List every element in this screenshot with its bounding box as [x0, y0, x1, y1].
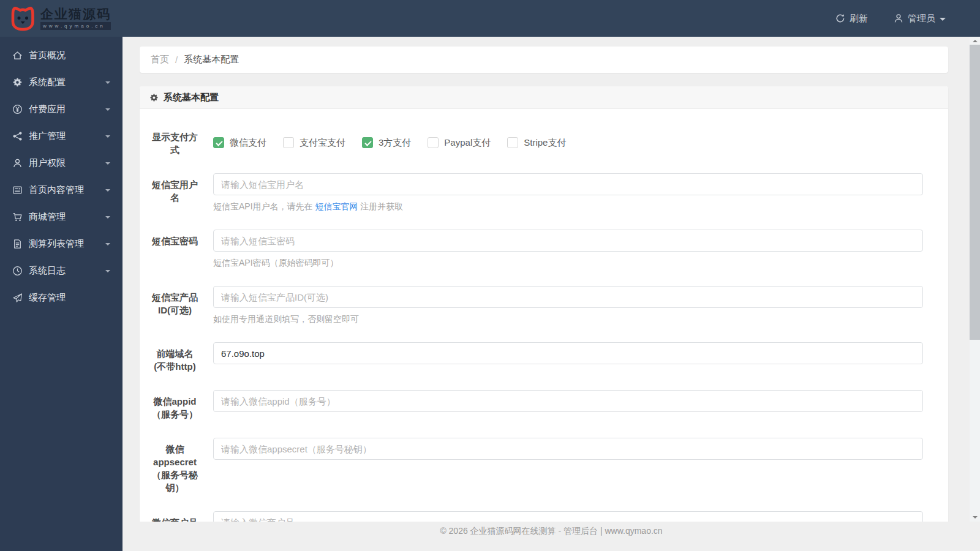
- wechat-appid-row: 微信appid （服务号）: [145, 390, 923, 421]
- sidebar-item-label: 首页内容管理: [29, 184, 84, 196]
- sidebar-item-label: 付费应用: [29, 103, 66, 115]
- yen-icon: [12, 104, 23, 114]
- breadcrumb: 首页 / 系统基本配置: [140, 47, 948, 73]
- scroll-up-arrow-icon[interactable]: [970, 37, 980, 45]
- frontend-domain-input[interactable]: [213, 342, 923, 364]
- field-help: 短信宝API密码（原始密码即可）: [213, 257, 923, 269]
- sidebar-item-label: 推广管理: [29, 130, 66, 142]
- field-label: 前端域名 (不带http): [145, 342, 205, 373]
- field-label: 微信 appsecret （服务号秘 钥）: [145, 438, 205, 494]
- cat-logo-icon: [9, 4, 37, 32]
- field-label: 微信appid （服务号）: [145, 390, 205, 421]
- admin-user-icon: [894, 13, 903, 23]
- share-icon: [12, 131, 23, 141]
- sidebar-item-label: 系统日志: [29, 265, 66, 277]
- card-header: 系统基本配置: [140, 86, 948, 109]
- checkbox-paypal[interactable]: Paypal支付: [428, 137, 491, 149]
- smsbao-password-input[interactable]: [213, 230, 923, 252]
- field-label: 显示支付方 式: [145, 126, 205, 156]
- main-content: 首页 / 系统基本配置 系统基本配置 显示支付方 式 微信支付: [123, 37, 980, 551]
- sidebar-item-cache[interactable]: 缓存管理: [0, 284, 123, 311]
- breadcrumb-current: 系统基本配置: [184, 54, 239, 66]
- payment-checkbox[interactable]: [213, 137, 224, 148]
- payment-methods-row: 显示支付方 式 微信支付 支付宝支付 3方支付: [145, 126, 923, 156]
- payment-checkbox[interactable]: [428, 137, 439, 148]
- paper-plane-icon: [12, 293, 23, 303]
- cart-icon: [12, 212, 23, 222]
- frontend-domain-row: 前端域名 (不带http): [145, 342, 923, 373]
- chevron-down-icon: [940, 18, 946, 21]
- smsbao-password-row: 短信宝密码 短信宝API密码（原始密码即可）: [145, 230, 923, 269]
- chevron-down-icon: [105, 135, 110, 138]
- checkbox-alipay[interactable]: 支付宝支付: [283, 137, 345, 149]
- smsbao-productid-input[interactable]: [213, 286, 923, 308]
- help-text-part: 注册并获取: [358, 201, 403, 211]
- sidebar-item-label: 缓存管理: [29, 292, 66, 304]
- payment-options: 微信支付 支付宝支付 3方支付 Paypal支付: [213, 126, 923, 156]
- admin-menu[interactable]: 管理员: [894, 13, 946, 24]
- breadcrumb-separator: /: [175, 54, 178, 65]
- newspaper-icon: [12, 185, 23, 195]
- checkbox-label: 3方支付: [379, 137, 411, 149]
- brand-title: 企业猫源码: [40, 7, 111, 21]
- sidebar-item-system-logs[interactable]: 系统日志: [0, 257, 123, 284]
- checkbox-thirdparty-pay[interactable]: 3方支付: [362, 137, 411, 149]
- chevron-down-icon: [105, 270, 110, 272]
- smsbao-username-input[interactable]: [213, 173, 923, 195]
- sidebar-item-label: 首页概况: [29, 50, 66, 61]
- clock-icon: [12, 266, 23, 276]
- sidebar-item-calculation-list[interactable]: 测算列表管理: [0, 230, 123, 257]
- scrollbar-thumb[interactable]: [970, 45, 980, 340]
- sidebar-item-label: 用户权限: [29, 157, 66, 169]
- payment-checkbox[interactable]: [362, 137, 373, 148]
- brand-logo[interactable]: 企业猫源码 www.qymao.cn: [0, 4, 135, 32]
- field-label: 短信宝用户 名: [145, 173, 205, 212]
- breadcrumb-home[interactable]: 首页: [151, 54, 169, 66]
- admin-label: 管理员: [908, 13, 935, 24]
- smsbao-productid-row: 短信宝产品 ID(可选) 如使用专用通道则填写，否则留空即可: [145, 286, 923, 325]
- brand-url: www.qymao.cn: [40, 22, 111, 30]
- sidebar-item-mall[interactable]: 商城管理: [0, 203, 123, 230]
- field-label: 短信宝产品 ID(可选): [145, 286, 205, 325]
- sidebar-item-label: 系统配置: [29, 77, 66, 88]
- checkbox-wechat-pay[interactable]: 微信支付: [213, 137, 266, 149]
- sidebar-item-system-config[interactable]: 系统配置: [0, 69, 123, 96]
- chevron-down-icon: [105, 81, 110, 84]
- sidebar-item-label: 商城管理: [29, 211, 66, 223]
- smsbao-site-link[interactable]: 短信宝官网: [315, 201, 358, 211]
- refresh-button[interactable]: 刷新: [835, 13, 868, 24]
- header-actions: 刷新 管理员: [835, 13, 980, 24]
- field-help: 如使用专用通道则填写，否则留空即可: [213, 313, 923, 325]
- chevron-down-icon: [105, 108, 110, 111]
- scroll-down-arrow-icon[interactable]: [970, 513, 980, 522]
- sidebar-item-home-overview[interactable]: 首页概况: [0, 42, 123, 69]
- gear-icon: [149, 93, 159, 102]
- config-form: 显示支付方 式 微信支付 支付宝支付 3方支付: [140, 109, 948, 551]
- chevron-down-icon: [105, 216, 110, 219]
- home-icon: [12, 50, 23, 61]
- config-card: 系统基本配置 显示支付方 式 微信支付 支付宝支付: [140, 86, 948, 551]
- refresh-label: 刷新: [850, 13, 868, 24]
- checkbox-label: 微信支付: [230, 137, 266, 149]
- chevron-down-icon: [105, 243, 110, 246]
- wechat-appid-input[interactable]: [213, 390, 923, 412]
- wechat-appsecret-input[interactable]: [213, 438, 923, 460]
- checkbox-label: Stripe支付: [524, 137, 566, 149]
- sidebar-item-label: 测算列表管理: [29, 238, 84, 250]
- chevron-down-icon: [105, 189, 110, 192]
- help-text-part: 短信宝API用户名，请先在: [213, 201, 315, 211]
- sidebar: 首页概况 系统配置 付费应用 推广管理 用户权限 首页内容管理: [0, 37, 123, 551]
- sidebar-item-promotion[interactable]: 推广管理: [0, 122, 123, 149]
- document-icon: [12, 239, 23, 249]
- sidebar-item-user-permissions[interactable]: 用户权限: [0, 149, 123, 176]
- field-label: 短信宝密码: [145, 230, 205, 269]
- payment-checkbox[interactable]: [283, 137, 294, 148]
- footer: © 2026 企业猫源码网在线测算 - 管理后台 | www.qymao.cn: [123, 522, 980, 551]
- smsbao-username-row: 短信宝用户 名 短信宝API用户名，请先在 短信宝官网 注册并获取: [145, 173, 923, 212]
- checkbox-stripe[interactable]: Stripe支付: [507, 137, 566, 149]
- sidebar-item-paid-apps[interactable]: 付费应用: [0, 96, 123, 122]
- vertical-scrollbar[interactable]: [970, 37, 980, 522]
- sidebar-item-homepage-content[interactable]: 首页内容管理: [0, 176, 123, 203]
- payment-checkbox[interactable]: [507, 137, 518, 148]
- wechat-appsecret-row: 微信 appsecret （服务号秘 钥）: [145, 438, 923, 494]
